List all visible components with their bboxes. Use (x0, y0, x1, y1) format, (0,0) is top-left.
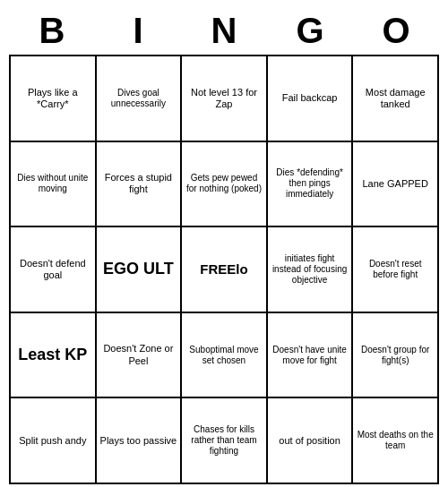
cell-text: Doesn't group for fight(s) (357, 345, 434, 366)
bingo-cell[interactable]: Dies without unite moving (11, 142, 97, 228)
bingo-cell[interactable]: Chases for kills rather than team fighti… (182, 398, 268, 484)
cell-text: Fail backcap (282, 92, 338, 104)
bingo-cell[interactable]: Most damage tanked (353, 56, 439, 142)
cell-text: Chases for kills rather than team fighti… (185, 424, 263, 457)
bingo-cell[interactable]: Least KP (11, 313, 97, 399)
cell-text: Split push andy (19, 435, 86, 447)
bingo-letter: I (99, 11, 177, 51)
cell-text: FREElo (200, 261, 247, 278)
bingo-cell[interactable]: Lane GAPPED (353, 142, 439, 228)
bingo-cell[interactable]: Doesn't group for fight(s) (353, 313, 439, 399)
bingo-cell[interactable]: FREElo (182, 227, 268, 313)
cell-text: out of position (279, 435, 340, 447)
bingo-letter: N (185, 11, 263, 51)
bingo-cell[interactable]: Forces a stupid fight (97, 142, 183, 228)
cell-text: Forces a stupid fight (100, 172, 177, 195)
cell-text: initiates fight instead of focusing obje… (271, 253, 349, 286)
bingo-cell[interactable]: Doesn't reset before fight (353, 227, 439, 313)
bingo-grid: Plays like a *Carry*Dives goal unnecessa… (9, 55, 439, 484)
bingo-card: BINGO Plays like a *Carry*Dives goal unn… (9, 7, 439, 484)
cell-text: Dies *defending* then pings immediately (271, 167, 349, 200)
cell-text: EGO ULT (103, 260, 174, 279)
bingo-cell[interactable]: initiates fight instead of focusing obje… (268, 227, 354, 313)
cell-text: Least KP (18, 346, 87, 365)
bingo-letter: G (271, 11, 349, 51)
bingo-title: BINGO (9, 7, 439, 55)
cell-text: Most deaths on the team (357, 430, 434, 451)
bingo-cell[interactable]: Plays too passive (97, 398, 183, 484)
bingo-cell[interactable]: out of position (268, 398, 354, 484)
bingo-cell[interactable]: EGO ULT (97, 227, 183, 313)
cell-text: Doesn't have unite move for fight (271, 345, 349, 366)
bingo-cell[interactable]: Dies *defending* then pings immediately (268, 142, 354, 228)
cell-text: Dives goal unnecessarily (100, 88, 177, 109)
cell-text: Plays like a *Carry* (14, 87, 91, 110)
cell-text: Doesn't reset before fight (357, 259, 434, 280)
bingo-cell[interactable]: Suboptimal move set chosen (182, 313, 268, 399)
bingo-cell[interactable]: Most deaths on the team (353, 398, 439, 484)
bingo-letter: O (357, 11, 435, 51)
bingo-cell[interactable]: Fail backcap (268, 56, 354, 142)
bingo-cell[interactable]: Dives goal unnecessarily (97, 56, 183, 142)
bingo-cell[interactable]: Gets pew pewed for nothing (poked) (182, 142, 268, 228)
bingo-cell[interactable]: Doesn't defend goal (11, 227, 97, 313)
cell-text: Suboptimal move set chosen (185, 345, 263, 366)
cell-text: Not level 13 for Zap (185, 87, 263, 110)
bingo-letter: B (13, 11, 91, 51)
cell-text: Plays too passive (100, 435, 177, 447)
bingo-cell[interactable]: Doesn't have unite move for fight (268, 313, 354, 399)
bingo-cell[interactable]: Not level 13 for Zap (182, 56, 268, 142)
cell-text: Doesn't defend goal (14, 258, 91, 281)
cell-text: Doesn't Zone or Peel (100, 343, 177, 366)
bingo-cell[interactable]: Split push andy (11, 398, 97, 484)
cell-text: Dies without unite moving (14, 173, 91, 194)
cell-text: Lane GAPPED (363, 178, 428, 190)
bingo-cell[interactable]: Doesn't Zone or Peel (97, 313, 183, 399)
cell-text: Gets pew pewed for nothing (poked) (185, 173, 263, 194)
bingo-cell[interactable]: Plays like a *Carry* (11, 56, 97, 142)
cell-text: Most damage tanked (357, 87, 434, 110)
